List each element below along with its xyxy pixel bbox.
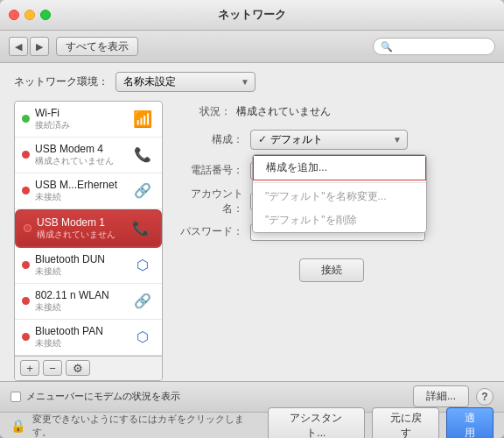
detail-button[interactable]: 詳細...: [413, 385, 469, 407]
modem-selected-icon: 📞: [129, 216, 153, 241]
status-dot-usb-modem1: [24, 224, 32, 232]
toolbar: ◀ ▶ すべてを表示 🔍: [0, 31, 504, 63]
form-area: 構成： ✓ デフォルト ▼ 構成を追加... "デフォルト"を名称変更... "…: [173, 130, 490, 282]
network-env-row: ネットワーク環境： 名称未設定 ▼: [14, 72, 490, 92]
sidebar-item-bluetooth-pan[interactable]: Bluetooth PAN 未接続 ⬡: [15, 320, 162, 356]
config-select[interactable]: ✓ デフォルト ▼: [250, 130, 408, 150]
lock-icon[interactable]: 🔒: [10, 419, 25, 433]
sidebar-item-usb-ethernet[interactable]: USB M...Erhernet 未接続 🔗: [15, 173, 162, 209]
sidebar: Wi-Fi 接続済み 📶 USB Modem 4 構成されていません: [14, 101, 163, 381]
modem-checkbox-label: メニューバーにモデムの状況を表示: [26, 390, 180, 403]
modem-icon: 📞: [130, 143, 155, 167]
status-dot-bluetooth-pan: [22, 333, 30, 341]
titlebar: ネットワーク: [0, 0, 504, 31]
status-dot-usb-modem4: [22, 151, 30, 159]
search-box: 🔍: [373, 38, 495, 55]
remove-network-button[interactable]: −: [43, 360, 62, 376]
config-row: 構成： ✓ デフォルト ▼: [173, 130, 490, 150]
window-title: ネットワーク: [218, 7, 286, 23]
sidebar-item-bluetooth-dun[interactable]: Bluetooth DUN 未接続 ⬡: [15, 248, 162, 284]
maximize-button[interactable]: [40, 10, 51, 20]
search-icon: 🔍: [381, 41, 393, 53]
sidebar-item-wifi[interactable]: Wi-Fi 接続済み 📶: [15, 102, 162, 138]
password-label: パスワード：: [173, 224, 243, 239]
config-label: 構成：: [173, 132, 243, 147]
add-network-button[interactable]: +: [20, 360, 39, 376]
chevron-down-icon: ▼: [241, 77, 249, 87]
status-dot-usb-ethernet: [22, 187, 30, 194]
status-dot-bluetooth-dun: [22, 261, 30, 269]
connect-btn-row: 接続: [173, 258, 490, 282]
config-chevron-icon: ▼: [393, 135, 402, 145]
phone-label: 電話番号：: [173, 163, 243, 178]
bluetooth-dun-icon: ⬡: [130, 253, 155, 278]
forward-button[interactable]: ▶: [30, 37, 49, 56]
detail-panel: 状況： 構成されていません 構成： ✓ デフォルト ▼: [173, 101, 490, 381]
connect-button[interactable]: 接続: [299, 258, 364, 282]
main-area: Wi-Fi 接続済み 📶 USB Modem 4 構成されていません: [14, 101, 490, 381]
network-env-select[interactable]: 名称未設定 ▼: [116, 72, 256, 92]
config-dropdown-menu: 構成を追加... "デフォルト"を名称変更... "デフォルト"を削除: [252, 154, 427, 233]
delete-config-item[interactable]: "デフォルト"を削除: [253, 208, 426, 232]
search-input[interactable]: [396, 40, 487, 53]
ethernet-icon: 🔗: [130, 179, 155, 203]
help-button[interactable]: ?: [476, 388, 494, 406]
status-dot-wifi: [22, 115, 30, 123]
bluetooth-pan-icon: ⬡: [130, 325, 155, 350]
wifi-icon: 📶: [130, 107, 155, 131]
nav-buttons: ◀ ▶: [9, 37, 49, 56]
status-label: 状況：: [200, 104, 231, 119]
sidebar-item-wlan[interactable]: 802.11 n WLAN 未接続 🔗: [15, 284, 162, 320]
content-area: ネットワーク環境： 名称未設定 ▼ Wi-Fi 接続済み: [0, 63, 504, 381]
apply-button[interactable]: 適用: [446, 407, 494, 439]
add-config-item[interactable]: 構成を追加...: [253, 155, 426, 180]
dropdown-separator: [253, 182, 426, 183]
lock-text: 変更できないようにするにはカギをクリックします。: [32, 413, 261, 439]
modem-status-row: メニューバーにモデムの状況を表示: [10, 390, 406, 403]
sidebar-list: Wi-Fi 接続済み 📶 USB Modem 4 構成されていません: [15, 102, 162, 356]
minimize-button[interactable]: [24, 10, 35, 20]
wlan-icon: 🔗: [130, 289, 155, 314]
account-label: アカウント名：: [173, 187, 243, 216]
sidebar-footer: + − ⚙: [15, 356, 162, 380]
traffic-lights: [9, 10, 51, 20]
close-button[interactable]: [9, 10, 19, 20]
lock-row: 🔒 変更できないようにするにはカギをクリックします。 アシスタント... 元に戻…: [0, 412, 504, 438]
back-button[interactable]: ◀: [9, 37, 28, 56]
rename-config-item[interactable]: "デフォルト"を名称変更...: [253, 185, 426, 208]
modem-status-checkbox[interactable]: [10, 392, 21, 402]
show-all-button[interactable]: すべてを表示: [56, 37, 138, 56]
status-row: 状況： 構成されていません: [200, 104, 490, 119]
assistant-button[interactable]: アシスタント...: [268, 407, 365, 439]
network-env-label: ネットワーク環境：: [14, 74, 108, 89]
status-dot-wlan: [22, 297, 30, 305]
revert-button[interactable]: 元に戻す: [372, 407, 439, 439]
sidebar-item-usb-modem4[interactable]: USB Modem 4 構成されていません 📞: [15, 138, 162, 173]
status-value: 構成されていません: [236, 104, 331, 119]
network-options-button[interactable]: ⚙: [66, 360, 90, 376]
sidebar-item-usb-modem1[interactable]: USB Modem 1 構成されていません 📞: [15, 209, 162, 248]
main-window: ネットワーク ◀ ▶ すべてを表示 🔍 ネットワーク環境： 名称未設定 ▼: [0, 0, 504, 438]
